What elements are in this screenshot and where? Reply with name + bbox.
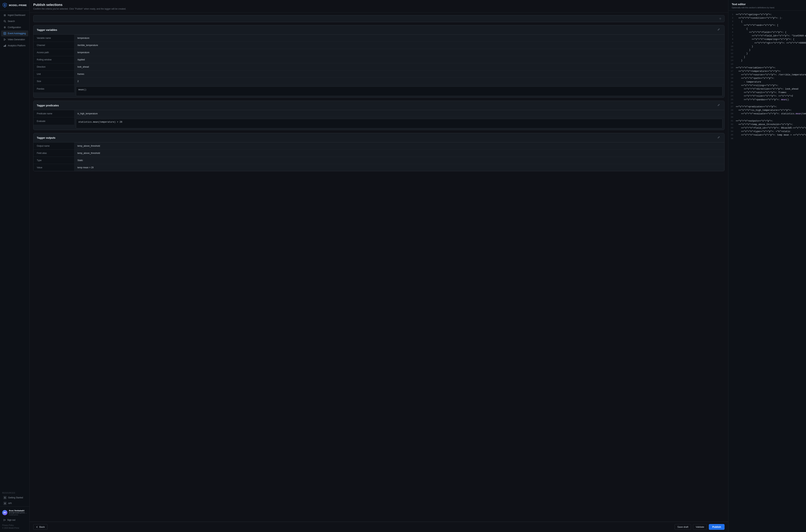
tagger-predicates-table: Predicate name is_high_temperature Evalu… <box>34 110 724 130</box>
code-line: 24 =="s">"n">size=="s">"p">: =="s">"v">2 <box>728 94 806 98</box>
line-number: 9 <box>728 41 736 45</box>
sidebar-item-api[interactable]: A API <box>1 500 28 506</box>
rolling-window-value: Applied <box>74 56 724 63</box>
tagger-variables-table: Variable name temperature Channel /terri… <box>34 35 724 97</box>
tagger-outputs-title: Tagger outputs <box>37 136 55 139</box>
unit-value: frames <box>74 71 724 78</box>
ingest-dashboard-icon: ⊞ <box>3 14 6 17</box>
line-code <box>736 137 806 140</box>
svg-point-2 <box>4 20 5 22</box>
page-title: Publish selections <box>33 3 725 7</box>
line-code: =="s">"n">source=="s">"p">: /terrible_te… <box>736 73 806 77</box>
line-code: =="s">"n">pandas=="s">"p">: mean() <box>736 98 806 101</box>
table-row: Variable name temperature <box>34 35 724 42</box>
code-line: 14 } <box>728 59 806 62</box>
line-code: } <box>736 59 806 62</box>
privacy-footer: Privacy Policy © 2024 Model-Prime <box>0 523 30 531</box>
user-org: model-prime <box>9 514 27 516</box>
svg-rect-8 <box>5 45 5 47</box>
code-editor[interactable]: 1=="s">"n">gating=="s">"p">:2 =="s">"n">… <box>728 11 806 532</box>
sidebar-item-configuration[interactable]: Configuration <box>1 24 28 30</box>
line-code: =="s">"n">gt=="s">"p">: =="s">"v">600000… <box>736 41 806 45</box>
avatar: AV <box>2 510 7 515</box>
line-number: 17 <box>728 70 736 73</box>
validate-button[interactable]: Validate <box>693 524 707 530</box>
configuration-icon <box>3 26 6 29</box>
output-name-label: Output name <box>34 142 74 149</box>
copyright-label: © 2024 Model-Prime <box>2 527 19 529</box>
publish-button[interactable]: Publish <box>709 524 725 530</box>
sidebar-item-event-autotagging[interactable]: Event Autotagging <box>1 31 28 36</box>
line-code: - temperature <box>736 80 806 84</box>
line-code: } <box>736 49 806 52</box>
code-line: 22 =="s">"n">direction=="s">"p">: look_a… <box>728 88 806 91</box>
line-code <box>736 116 806 119</box>
sidebar-item-getting-started[interactable]: G Getting Started <box>1 495 28 500</box>
value-value: temp mean > 29 <box>74 164 724 171</box>
sidebar-item-analytics-platform[interactable]: Analytics Platform <box>1 43 28 49</box>
line-code: =="s">"n">value=="s">"p">: temp mean > =… <box>736 133 806 137</box>
line-number: 23 <box>728 91 736 94</box>
sidebar-item-video-generation[interactable]: Video Generation <box>1 37 28 42</box>
text-editor-header: Text editor Optionally edit this section… <box>728 0 806 11</box>
table-row: Evaluate statistics.mean(temperature) > … <box>34 117 724 130</box>
tagger-outputs-edit-button[interactable] <box>716 136 721 140</box>
sidebar-item-label: Search <box>8 20 15 22</box>
sidebar-item-label: Video Generation <box>8 38 25 41</box>
line-number: 22 <box>728 88 736 91</box>
api-label: API <box>8 502 12 505</box>
back-button[interactable]: Back <box>33 524 48 530</box>
line-number: 18 <box>728 73 736 76</box>
variable-name-label: Variable name <box>34 35 74 41</box>
evaluate-textarea[interactable]: statistics.mean(temperature) > 28 <box>76 119 723 128</box>
table-row: Access path temperature <box>34 49 724 56</box>
code-line: 6 =="s">"n">field=="s">"p">: { <box>728 31 806 34</box>
code-line: 25 =="s">"n">pandas=="s">"p">: mean() <box>728 98 806 101</box>
line-number: 15 <box>728 63 736 66</box>
line-code: =="s">"n">field_id=="s">"p">: 86cac3d5-=… <box>736 126 806 130</box>
sidebar-nav: ⊞ Ingest Dashboard Search Configuration … <box>0 11 30 490</box>
line-number: 2 <box>728 16 736 20</box>
tagger-predicates-header: Tagger predicates <box>34 101 724 110</box>
page-header: Publish selections Confirm the criteria … <box>30 0 728 13</box>
footer-bar: Back Save draft Validate Publish <box>30 522 728 532</box>
line-code: =="s">"n">outputs=="s">"p">: <box>736 119 806 123</box>
signout-button[interactable]: Sign out <box>1 517 28 522</box>
pandas-label: Pandas <box>34 85 74 92</box>
logo-text: MODEL·PRIME <box>9 4 27 7</box>
code-line: 28 =="s">"n">is_high_temperature=="s">"p… <box>728 109 806 112</box>
line-number: 14 <box>728 59 736 62</box>
logo-container: MODEL·PRIME <box>0 0 30 11</box>
code-line: 32 =="s">"n">temp_above_threshold=="s">"… <box>728 123 806 126</box>
code-line: 26 <box>728 101 806 105</box>
top-bar <box>33 15 725 22</box>
code-line: 21 =="s">"n">rolling=="s">"p">: <box>728 84 806 88</box>
tagger-predicates-title: Tagger predicates <box>37 104 59 107</box>
pandas-value: mean() <box>74 85 724 97</box>
main-content: Publish selections Confirm the criteria … <box>30 0 806 532</box>
value-label: Value <box>34 164 74 171</box>
sidebar-item-search[interactable]: Search <box>1 18 28 24</box>
pandas-textarea[interactable]: mean() <box>76 87 723 96</box>
back-label: Back <box>39 526 45 528</box>
resources-section: Resources G Getting Started A API <box>0 490 30 506</box>
code-line: 29 =="s">"n">evaluate=="s">"p">: statist… <box>728 112 806 116</box>
save-draft-button[interactable]: Save draft <box>675 524 691 530</box>
code-line: 36 <box>728 137 806 140</box>
code-line: 20 - temperature <box>728 80 806 84</box>
access-path-value: temperature <box>74 49 724 56</box>
line-number: 12 <box>728 52 736 55</box>
line-code: =="s">"n">path=="s">"p">: <box>736 77 806 80</box>
sidebar-item-ingest-dashboard[interactable]: ⊞ Ingest Dashboard <box>1 12 28 18</box>
line-code: =="s">"n">and=="s">"p">: [ <box>736 24 806 27</box>
logo-icon <box>2 3 7 8</box>
table-row: Unit frames <box>34 71 724 78</box>
line-code: =="s">"n">is_high_temperature=="s">"p">: <box>736 109 806 112</box>
unit-label: Unit <box>34 71 74 78</box>
tagger-variables-edit-button[interactable] <box>716 28 721 32</box>
tagger-predicates-edit-button[interactable] <box>716 103 721 107</box>
line-code: } <box>736 45 806 49</box>
code-line: 4 =="s">"n">and=="s">"p">: [ <box>728 24 806 27</box>
center-scroll[interactable]: Tagger variables Variable name temperatu… <box>30 13 728 522</box>
line-number: 31 <box>728 119 736 123</box>
